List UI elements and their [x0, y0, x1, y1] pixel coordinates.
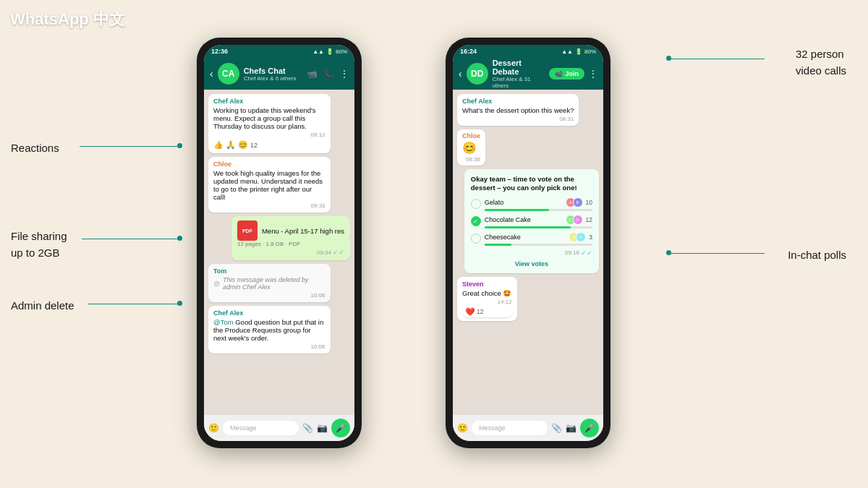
- gelato-count: 10: [586, 199, 592, 206]
- back-icon-left[interactable]: ‹: [210, 68, 213, 80]
- file-info: Menu - April 15-17 high res: [262, 227, 344, 235]
- poll-option-choc[interactable]: ✓ Chocolate Cake C D 12: [471, 215, 592, 228]
- reply-text: @Tom Good question but put that in the P…: [213, 318, 326, 342]
- annotation-file-line: [82, 239, 179, 239]
- time-right: 16:24: [460, 48, 477, 55]
- reaction-thumb: 👍: [213, 140, 224, 150]
- header-icons-left: 📹 📞 ⋮: [307, 69, 349, 79]
- poll-option-choc-wrap: Chocolate Cake C D 12: [485, 215, 592, 228]
- cheese-label: Cheesecake: [485, 234, 569, 241]
- reaction-pray: 🙏: [226, 140, 236, 150]
- poll-title: Okay team – time to vote on the dessert …: [471, 175, 592, 193]
- sender-chloe-right: Chloe: [462, 132, 480, 140]
- message-input-right[interactable]: Message: [472, 421, 548, 435]
- annotation-reactions-line: [80, 146, 179, 147]
- reaction-row-1: 👍 🙏 😊 12: [213, 140, 326, 150]
- header-info-left: Chefs Chat Chef Alex & 6 others: [244, 67, 302, 82]
- chat-name-left: Chefs Chat: [244, 67, 302, 75]
- reply-bubble: Chef Alex @Tom Good question but put tha…: [208, 306, 331, 354]
- poll-choc-row: Chocolate Cake C D 12: [485, 215, 592, 225]
- reply-time: 10:06: [213, 343, 326, 350]
- poll-option-cheese-wrap: Cheesecake E F 3: [485, 232, 592, 246]
- join-button[interactable]: 📹 Join: [549, 68, 584, 80]
- wifi-icon-right: 🔋: [575, 48, 582, 55]
- sender-chloe: Chloe: [213, 160, 326, 168]
- message-chef-alex-right: Chef Alex What's the dessert option this…: [457, 94, 579, 126]
- message-steven: Steven Great choice 🤩 14:12 ❤️ 12: [457, 277, 517, 321]
- msg-text-steven: Great choice 🤩: [462, 289, 512, 297]
- mic-button-left[interactable]: 🎤: [331, 419, 350, 437]
- sender-tom: Tom: [213, 267, 326, 275]
- msg-text-right-1: What's the dessert option this week?: [462, 106, 574, 114]
- poll-time: 09:16 ✓✓: [471, 249, 592, 257]
- chat-input-right: 🙂 Message 📎 📷 🎤: [453, 414, 603, 441]
- annotation-file-sharing: File sharingup to 2GB: [11, 228, 67, 261]
- heart-emoji: ❤️: [465, 307, 475, 317]
- status-icons-right: ▲▲ 🔋 80%: [561, 48, 596, 55]
- poll-check-gelato: [471, 199, 481, 209]
- camera-icon-left[interactable]: 📷: [317, 423, 328, 433]
- message-input-left[interactable]: Message: [223, 421, 299, 435]
- emoji-icon-right[interactable]: 🙂: [457, 423, 468, 433]
- status-bar-left: 12:36 ▲▲ 🔋 80%: [204, 45, 354, 58]
- annotation-file-dot: [177, 236, 182, 241]
- annotation-polls-line: [671, 253, 765, 254]
- poll-option-gelato[interactable]: Gelato A B 10: [471, 197, 592, 211]
- chat-body-right: Chef Alex What's the dessert option this…: [453, 90, 603, 414]
- mic-button-right[interactable]: 🎤: [580, 419, 599, 437]
- signal-icon-right: ▲▲: [561, 48, 573, 55]
- poll-check-cheese: [471, 234, 481, 244]
- deleted-icon: ⊘: [213, 279, 220, 288]
- poll-footer: View votes: [471, 260, 592, 267]
- reaction-smile: 😊: [238, 140, 248, 150]
- avatar-left: CA: [218, 63, 239, 85]
- sender-chef-alex-2: Chef Alex: [213, 309, 326, 317]
- annotation-admin-dot: [177, 301, 182, 306]
- cheese-votes: E F 3: [569, 232, 592, 242]
- msg-text-1: Working to update this weekend's menu. E…: [213, 106, 326, 130]
- menu-icon-right[interactable]: ⋮: [589, 69, 597, 79]
- annotation-admin-line: [88, 304, 179, 304]
- annotation-video-line: [671, 59, 765, 59]
- menu-icon-left[interactable]: ⋮: [340, 69, 349, 79]
- poll-check-choc: ✓: [471, 216, 481, 226]
- chloe-time: 08:36: [462, 156, 480, 163]
- camera-icon-right[interactable]: 📷: [566, 423, 576, 433]
- choc-votes: C D 12: [566, 215, 592, 225]
- file-ticks: ✓✓: [333, 249, 344, 256]
- back-icon-right[interactable]: ‹: [459, 68, 462, 80]
- avatar-sm-6: F: [576, 232, 586, 242]
- file-time: 09:34 ✓✓: [237, 249, 344, 256]
- chat-body-left: Chef Alex Working to update this weekend…: [204, 90, 354, 414]
- steven-reaction-count: 12: [477, 308, 483, 315]
- deleted-text: This message was deleted by admin Chef A…: [223, 276, 326, 291]
- avatar-sm-4: D: [573, 215, 583, 225]
- choc-bar: [485, 226, 571, 228]
- chat-header-right: ‹ DD Dessert Debate Chef Alex & 31 other…: [453, 58, 603, 90]
- annotation-video-dot: [666, 56, 671, 61]
- emoji-icon-left[interactable]: 🙂: [208, 423, 219, 433]
- poll-bubble: Okay team – time to vote on the dessert …: [464, 169, 599, 273]
- gelato-avatars: A B: [569, 197, 583, 207]
- view-votes-btn[interactable]: View votes: [515, 260, 548, 267]
- at-mention: @Tom: [213, 318, 234, 326]
- attach-icon-left[interactable]: 📎: [302, 423, 313, 433]
- status-bar-right: 16:24 ▲▲ 🔋 80%: [453, 45, 603, 58]
- poll-cheese-row: Cheesecake E F 3: [485, 232, 592, 242]
- battery-right: 80%: [584, 48, 596, 55]
- poll-option-cheese[interactable]: Cheesecake E F 3: [471, 232, 592, 246]
- reaction-count: 12: [250, 142, 258, 149]
- deleted-time: 10:06: [213, 292, 326, 299]
- join-label: Join: [565, 70, 579, 77]
- message-chloe-1: Chloe We took high quality images for th…: [208, 157, 331, 213]
- attach-icon-right[interactable]: 📎: [551, 423, 562, 433]
- cheese-count: 3: [589, 234, 592, 241]
- voice-call-icon[interactable]: 📞: [323, 69, 334, 79]
- video-call-icon[interactable]: 📹: [307, 69, 318, 79]
- sender-chef-alex: Chef Alex: [213, 98, 326, 105]
- cheese-avatars: E F: [571, 232, 586, 242]
- choc-bar-wrap: [485, 226, 592, 228]
- phone-right: 16:24 ▲▲ 🔋 80% ‹ DD Dessert Debate Chef …: [446, 38, 610, 448]
- sender-chef-alex-right: Chef Alex: [462, 98, 574, 105]
- header-info-right: Dessert Debate Chef Alex & 31 others: [493, 59, 545, 89]
